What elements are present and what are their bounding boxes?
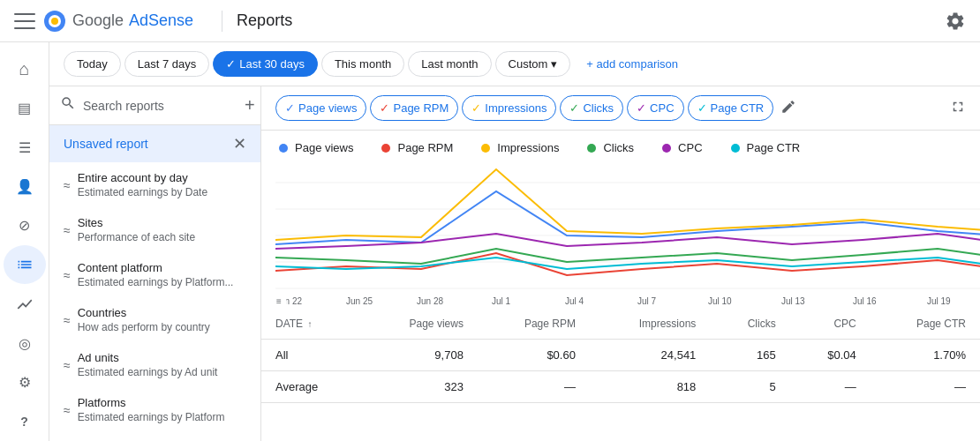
nav-home-icon[interactable]: ⌂ — [4, 49, 46, 88]
filter-custom-button[interactable]: Custom ▾ — [495, 51, 571, 77]
search-bar: + — [49, 86, 260, 125]
chart-tab-clicks[interactable]: ✓ Clicks — [560, 95, 623, 121]
nav-content-icon[interactable]: ☰ — [4, 128, 46, 167]
nav-block-icon[interactable]: ⊘ — [4, 206, 46, 245]
col-pagectr[interactable]: Page CTR — [871, 309, 980, 340]
svg-text:Jul 10: Jul 10 — [708, 296, 732, 306]
report-icon: ≈ — [64, 358, 71, 372]
report-item-subtitle: Estimated earnings by Ad unit — [78, 366, 235, 378]
report-list-item[interactable]: ≈ Sites Performance of each site ⋮ — [49, 207, 260, 252]
left-nav: ⌂ ▤ ☰ 👤 ⊘ ◎ ⚙ ? — [0, 42, 49, 441]
report-item-title: Content platform — [78, 261, 235, 274]
nav-people-icon[interactable]: 👤 — [4, 167, 46, 206]
report-icon: ≈ — [64, 403, 71, 417]
nav-help-icon[interactable]: ? — [4, 402, 46, 441]
chart-tab-impressions[interactable]: ✓ Impressions — [462, 95, 556, 121]
svg-text:Jul 13: Jul 13 — [781, 296, 805, 306]
legend-item: Page CTR — [731, 141, 801, 154]
svg-text:Jun 28: Jun 28 — [417, 296, 443, 306]
cell-impressions: 818 — [590, 371, 710, 403]
top-nav: Google AdSense Reports — [0, 0, 980, 42]
table-row: Average 323 — 818 5 — — — [261, 371, 980, 403]
filter-thismonth-button[interactable]: This month — [321, 51, 404, 77]
nav-optimization-icon[interactable]: ◎ — [4, 324, 46, 363]
cell-clicks: 5 — [710, 371, 789, 403]
nav-settings-icon[interactable]: ⚙ — [4, 363, 46, 401]
svg-text:Jul 19: Jul 19 — [927, 296, 951, 306]
report-list-item[interactable]: ≈ Entire account by day Estimated earnin… — [49, 162, 260, 207]
legend-label: CPC — [678, 141, 702, 154]
chart-tab-pagerpm[interactable]: ✓ Page RPM — [370, 95, 458, 121]
report-item-title: Entire account by day — [78, 171, 235, 184]
svg-text:Jul 16: Jul 16 — [853, 296, 877, 306]
chart-container: Jun 22 Jun 25 Jun 28 Jul 1 Jul 4 Jul 7 J… — [261, 165, 980, 309]
search-input[interactable] — [83, 99, 237, 113]
legend-label: Page RPM — [397, 141, 453, 154]
settings-icon[interactable] — [945, 11, 966, 32]
report-item-subtitle: How ads perform by country — [78, 321, 235, 333]
report-item-title: Sites — [78, 216, 235, 229]
close-report-icon[interactable]: ✕ — [233, 134, 246, 153]
cell-pagectr: 1.70% — [871, 340, 980, 371]
svg-point-2 — [51, 18, 58, 25]
chart-tab-pageviews[interactable]: ✓ Page views — [275, 95, 366, 121]
main-layout: ⌂ ▤ ☰ 👤 ⊘ ◎ ⚙ ? Today Last 7 days ✓ Last… — [0, 42, 980, 441]
report-list-item[interactable]: ≈ Ad units Estimated earnings by Ad unit… — [49, 342, 260, 387]
report-item-subtitle: Performance of each site — [78, 231, 235, 243]
col-cpc[interactable]: CPC — [790, 309, 871, 340]
nav-analytics-icon[interactable] — [4, 284, 46, 323]
nav-divider — [222, 11, 222, 32]
expand-icon[interactable] — [950, 99, 966, 117]
active-report-item[interactable]: Unsaved report ✕ — [49, 125, 260, 162]
active-report-label: Unsaved report — [64, 137, 148, 151]
data-table: DATE ↑ Page views Page RPM Impressions C… — [261, 309, 980, 403]
app-logo: Google AdSense — [42, 9, 193, 34]
hamburger-menu[interactable] — [14, 11, 35, 32]
report-icon: ≈ — [64, 268, 71, 282]
col-impressions[interactable]: Impressions — [590, 309, 710, 340]
filter-lastmonth-button[interactable]: Last month — [408, 51, 491, 77]
cell-pagerpm: — — [478, 371, 590, 403]
legend-label: Page views — [295, 141, 353, 154]
svg-text:Jun 25: Jun 25 — [346, 296, 373, 306]
report-item-subtitle: Estimated earnings by Platform... — [78, 276, 235, 288]
cell-cpc: $0.04 — [790, 340, 871, 371]
col-pagerpm[interactable]: Page RPM — [478, 309, 590, 340]
chart-tab-cpc[interactable]: ✓ CPC — [627, 95, 683, 121]
filter-last30-button[interactable]: ✓ Last 30 days — [213, 51, 318, 77]
chart-tab-pagectr[interactable]: ✓ Page CTR — [688, 95, 774, 121]
legend-item: Page views — [279, 141, 353, 154]
filter-today-button[interactable]: Today — [64, 51, 121, 77]
add-report-icon[interactable]: + — [245, 95, 255, 116]
report-item-subtitle: Estimated earnings by Platform — [78, 411, 235, 423]
report-icon: ≈ — [64, 313, 71, 327]
check-icon: ✓ — [285, 101, 295, 115]
svg-text:Jul 7: Jul 7 — [637, 296, 657, 306]
reports-sidebar: + Unsaved report ✕ ≈ Entire account by d… — [49, 86, 261, 441]
nav-reports-icon[interactable] — [4, 245, 46, 284]
col-clicks[interactable]: Clicks — [710, 309, 789, 340]
report-item-subtitle: Estimated earnings by Date — [78, 186, 235, 198]
edit-icon[interactable] — [780, 99, 796, 117]
legend-label: Clicks — [603, 141, 634, 154]
legend-dot — [587, 144, 596, 153]
search-icon — [60, 95, 76, 116]
report-list-item[interactable]: ≈ Countries How ads perform by country ⋮ — [49, 297, 260, 342]
col-date[interactable]: DATE ↑ — [261, 309, 361, 340]
col-pageviews[interactable]: Page views — [361, 309, 478, 340]
cell-date: Average — [261, 371, 361, 403]
cell-cpc: — — [790, 371, 871, 403]
chart-tabs: ✓ Page views ✓ Page RPM ✓ Impressions ✓ … — [261, 86, 980, 131]
report-icon: ≈ — [64, 178, 71, 192]
report-list-item[interactable]: ≈ Content platform Estimated earnings by… — [49, 252, 260, 297]
nav-pages-icon[interactable]: ▤ — [4, 88, 46, 127]
legend-dot — [662, 144, 671, 153]
legend-label: Page CTR — [747, 141, 801, 154]
report-item-title: Countries — [78, 306, 235, 319]
check-icon: ✓ — [471, 101, 481, 115]
report-list-item[interactable]: ≈ Platforms Estimated earnings by Platfo… — [49, 387, 260, 432]
svg-text:Jul 4: Jul 4 — [565, 296, 584, 306]
filter-last7-button[interactable]: Last 7 days — [124, 51, 210, 77]
legend-item: Page RPM — [381, 141, 453, 154]
add-comparison-button[interactable]: + add comparison — [577, 52, 687, 76]
